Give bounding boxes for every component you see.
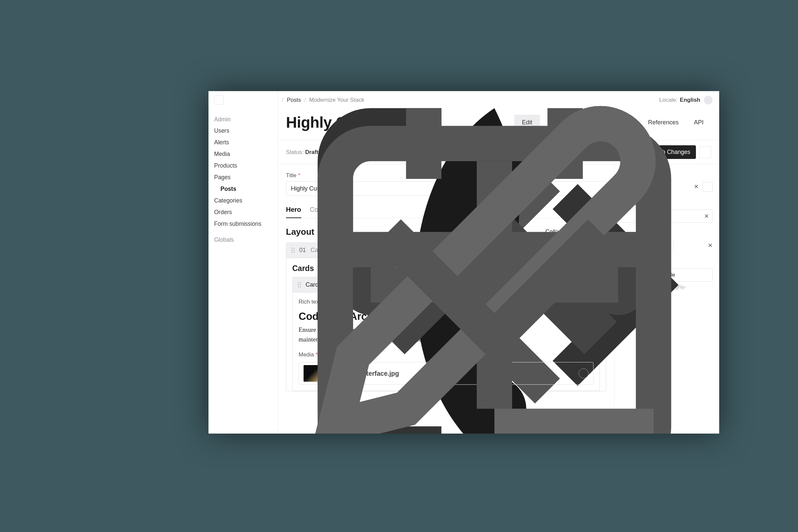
sidepanel: Categories Updates ✕ ✕ <box>614 164 719 434</box>
body-split: Title* Hero Content Layout Collapse all … <box>278 164 719 434</box>
authors-field: Authors* Sean Zubrickas ✕ ✕ <box>621 231 712 251</box>
chevron-down-icon[interactable] <box>208 91 719 434</box>
app-window: Admin Users Alerts Media Products Pages … <box>208 91 719 434</box>
main: / Posts / Modernize Your Stack Locale: E… <box>278 91 719 434</box>
